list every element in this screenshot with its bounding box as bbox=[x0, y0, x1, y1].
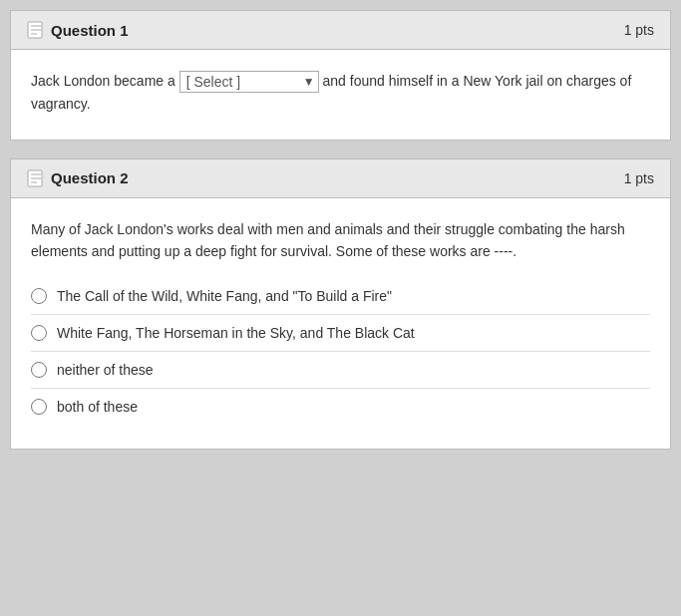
radio-option-3[interactable]: neither of these bbox=[31, 352, 650, 389]
question-1-pts: 1 pts bbox=[624, 22, 654, 38]
question-1-body: Jack London became a [ Select ] hobo wor… bbox=[11, 50, 670, 140]
radio-option-1[interactable]: The Call of the Wild, White Fang, and "T… bbox=[31, 278, 650, 315]
radio-label-3: neither of these bbox=[57, 362, 154, 378]
radio-input-2[interactable] bbox=[31, 325, 47, 341]
question-1-header-left: Question 1 bbox=[27, 21, 129, 39]
radio-input-1[interactable] bbox=[31, 288, 47, 304]
question-2-block: Question 2 1 pts Many of Jack London's w… bbox=[10, 158, 671, 451]
question-1-text-before: Jack London became a bbox=[31, 73, 175, 89]
question-1-title: Question 1 bbox=[51, 22, 129, 39]
question-1-select[interactable]: [ Select ] hobo worker sailor journalist bbox=[179, 71, 319, 93]
question-2-text: Many of Jack London's works deal with me… bbox=[31, 218, 650, 263]
question-1-select-wrapper[interactable]: [ Select ] hobo worker sailor journalist… bbox=[179, 71, 319, 93]
flag-icon-q1 bbox=[27, 21, 45, 39]
radio-input-4[interactable] bbox=[31, 399, 47, 415]
radio-option-4[interactable]: both of these bbox=[31, 389, 650, 425]
radio-label-1: The Call of the Wild, White Fang, and "T… bbox=[57, 288, 392, 304]
question-2-pts: 1 pts bbox=[624, 170, 654, 186]
radio-input-3[interactable] bbox=[31, 362, 47, 378]
question-2-options: The Call of the Wild, White Fang, and "T… bbox=[31, 278, 650, 425]
question-2-body: Many of Jack London's works deal with me… bbox=[11, 198, 670, 450]
question-2-title: Question 2 bbox=[51, 169, 129, 186]
question-1-header: Question 1 1 pts bbox=[11, 11, 670, 50]
radio-label-2: White Fang, The Horseman in the Sky, and… bbox=[57, 325, 415, 341]
radio-option-2[interactable]: White Fang, The Horseman in the Sky, and… bbox=[31, 315, 650, 352]
radio-label-4: both of these bbox=[57, 399, 138, 415]
question-1-block: Question 1 1 pts Jack London became a [ … bbox=[10, 10, 671, 141]
question-2-header: Question 2 1 pts bbox=[11, 159, 670, 198]
question-2-header-left: Question 2 bbox=[27, 169, 129, 187]
flag-icon-q2 bbox=[27, 169, 45, 187]
